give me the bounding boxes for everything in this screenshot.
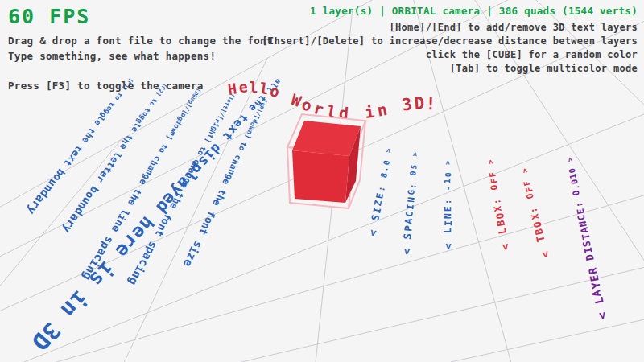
cube-front-face[interactable] (292, 150, 349, 203)
hint-drag-drop-font: Drag & drop a font file to change the fo… (8, 35, 279, 47)
app-window: [F1] to toggle the text boundary[F2] to … (0, 0, 644, 362)
hint-add-remove-layers: [Home]/[End] to add/remove 3D text layer… (262, 22, 638, 33)
fps-counter: 60 FPS (8, 5, 279, 28)
hint-layer-distance-keys: [Insert]/[Delete] to increase/decrease d… (262, 35, 638, 47)
hud-left: 60 FPS Drag & drop a font file to change… (8, 5, 279, 92)
hint-multicolor-mode: [Tab] to toggle multicolor mode (262, 63, 638, 74)
hint-type-something: Type something, see what happens! (8, 50, 279, 62)
hint-toggle-camera: Press [F3] to toggle the camera (8, 80, 279, 92)
cube-top-face[interactable] (292, 121, 361, 156)
render-stats: 1 layer(s) | ORBITAL camera | 386 quads … (262, 5, 638, 17)
hint-cube-random-color: click the [CUBE] for a random color (262, 49, 638, 60)
hud-right: 1 layer(s) | ORBITAL camera | 386 quads … (262, 5, 638, 74)
